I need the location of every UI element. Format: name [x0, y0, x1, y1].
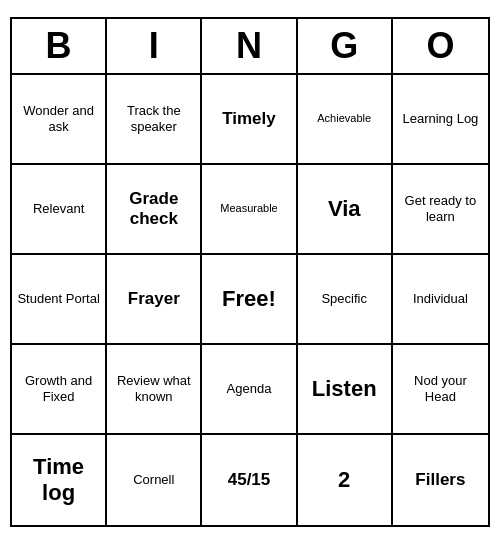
cell-text: Learning Log [402, 111, 478, 127]
cell-text: Cornell [133, 472, 174, 488]
header-letter: G [298, 19, 393, 73]
bingo-cell: Frayer [107, 255, 202, 345]
bingo-cell: Free! [202, 255, 297, 345]
cell-text: Relevant [33, 201, 84, 217]
cell-text: Measurable [220, 202, 277, 215]
header-letter: O [393, 19, 488, 73]
cell-text: Free! [222, 286, 276, 312]
bingo-cell: Nod your Head [393, 345, 488, 435]
bingo-cell: Relevant [12, 165, 107, 255]
header-letter: N [202, 19, 297, 73]
cell-text: Review what known [111, 373, 196, 404]
bingo-cell: Student Portal [12, 255, 107, 345]
cell-text: Timely [222, 109, 276, 129]
bingo-cell: Timely [202, 75, 297, 165]
bingo-cell: Via [298, 165, 393, 255]
bingo-cell: Grade check [107, 165, 202, 255]
bingo-header: BINGO [12, 19, 488, 75]
cell-text: Agenda [227, 381, 272, 397]
cell-text: 2 [338, 467, 350, 493]
cell-text: Specific [321, 291, 367, 307]
bingo-cell: Review what known [107, 345, 202, 435]
cell-text: Frayer [128, 289, 180, 309]
bingo-cell: Get ready to learn [393, 165, 488, 255]
cell-text: Get ready to learn [397, 193, 484, 224]
bingo-cell: 45/15 [202, 435, 297, 525]
bingo-cell: Agenda [202, 345, 297, 435]
cell-text: Fillers [415, 470, 465, 490]
header-letter: I [107, 19, 202, 73]
bingo-grid: Wonder and askTrack the speakerTimelyAch… [12, 75, 488, 525]
bingo-cell: Specific [298, 255, 393, 345]
bingo-card: BINGO Wonder and askTrack the speakerTim… [10, 17, 490, 527]
cell-text: Wonder and ask [16, 103, 101, 134]
bingo-cell: Achievable [298, 75, 393, 165]
cell-text: Individual [413, 291, 468, 307]
bingo-cell: Growth and Fixed [12, 345, 107, 435]
cell-text: Nod your Head [397, 373, 484, 404]
cell-text: Student Portal [17, 291, 99, 307]
bingo-cell: Learning Log [393, 75, 488, 165]
cell-text: Via [328, 196, 361, 222]
cell-text: Achievable [317, 112, 371, 125]
header-letter: B [12, 19, 107, 73]
cell-text: Grade check [111, 189, 196, 230]
bingo-cell: Fillers [393, 435, 488, 525]
cell-text: Time log [16, 454, 101, 507]
bingo-cell: Listen [298, 345, 393, 435]
bingo-cell: Cornell [107, 435, 202, 525]
bingo-cell: Track the speaker [107, 75, 202, 165]
bingo-cell: Measurable [202, 165, 297, 255]
bingo-cell: Time log [12, 435, 107, 525]
bingo-cell: 2 [298, 435, 393, 525]
cell-text: Track the speaker [111, 103, 196, 134]
cell-text: Listen [312, 376, 377, 402]
bingo-cell: Wonder and ask [12, 75, 107, 165]
cell-text: Growth and Fixed [16, 373, 101, 404]
bingo-cell: Individual [393, 255, 488, 345]
cell-text: 45/15 [228, 470, 271, 490]
